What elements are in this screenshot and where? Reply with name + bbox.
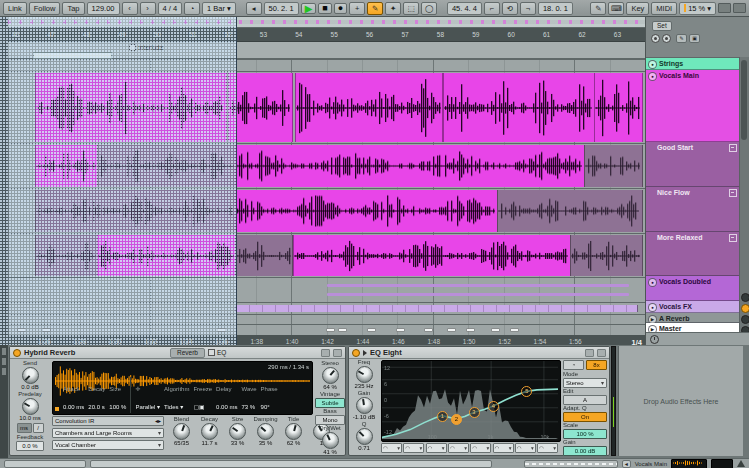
loop-start-field[interactable]: 45. 4. 4: [447, 2, 482, 15]
size-value[interactable]: 100 %: [109, 404, 126, 410]
save-preset-icon[interactable]: [597, 349, 606, 357]
track-header-a-reverb[interactable]: ▶A Reverb: [646, 313, 749, 323]
fold-device-icon[interactable]: [363, 350, 367, 356]
nudge-up-button[interactable]: ›: [140, 2, 156, 15]
clip-preview-display[interactable]: [671, 459, 707, 468]
damping-knob-group[interactable]: Damping35 %: [252, 416, 279, 447]
wave-value[interactable]: 73 %: [241, 404, 255, 410]
ir-prev-next-arrows[interactable]: ◂▸: [155, 417, 161, 425]
tempo-field[interactable]: 129.00: [87, 2, 120, 15]
device-hybrid-reverb[interactable]: Hybrid Reverb Reverb EQ Send 0.0 dB Pred…: [9, 346, 346, 456]
send-knob[interactable]: [22, 367, 39, 384]
blend-knob[interactable]: [173, 423, 190, 440]
track-enable-icon[interactable]: ●: [648, 60, 657, 69]
hot-swap-icon[interactable]: [585, 349, 594, 357]
size-knob-group[interactable]: Size33 %: [224, 416, 251, 447]
draw-mode-button[interactable]: ✎: [590, 2, 606, 15]
audition-button[interactable]: ◔: [563, 360, 584, 370]
blend-knob-group[interactable]: Blend65/35: [168, 416, 195, 447]
filter-type-dropdown[interactable]: ◠▾: [381, 443, 402, 453]
round-button-1[interactable]: [741, 293, 749, 302]
scrollbar-thumb[interactable]: [741, 60, 747, 140]
delay-value[interactable]: 0.00 ms: [216, 404, 237, 410]
dry-wet-knob[interactable]: [322, 432, 339, 449]
eq-band-3[interactable]: 3: [469, 407, 480, 418]
track-lane-nice-flow[interactable]: [8, 188, 645, 233]
filter-type-dropdown[interactable]: ◠▾: [537, 443, 558, 453]
bass-mono-selector[interactable]: Mono: [315, 415, 345, 425]
nudge-down-button[interactable]: ‹: [122, 2, 138, 15]
vocals-main-clip[interactable]: [443, 73, 595, 142]
algorithm-selector[interactable]: Tides ▾: [164, 404, 183, 410]
follow-playhead-button[interactable]: ◂: [246, 2, 262, 15]
vertical-scrollbar[interactable]: [739, 57, 749, 345]
track-enable-icon[interactable]: ●: [648, 303, 657, 312]
overdub-button[interactable]: +: [349, 2, 365, 15]
drop-audio-effects-zone[interactable]: Drop Audio Effects Here: [618, 346, 743, 456]
eq-spectrum-display[interactable]: 1260-6-121001k10k12345: [381, 360, 561, 442]
vocals-main-clip[interactable]: [35, 73, 226, 142]
routing-selector[interactable]: Parallel ▾: [135, 404, 160, 410]
device-eq-eight[interactable]: EQ Eight Freq 235 Hz Gain -1.10 dB Q 0.7…: [348, 346, 610, 456]
feedback-field[interactable]: 0.0 %: [16, 441, 44, 451]
track-lane-master[interactable]: [8, 324, 645, 335]
track-enable-icon[interactable]: ●: [648, 72, 657, 81]
more-relaxed-clip[interactable]: [570, 235, 643, 276]
device-on-led[interactable]: [13, 349, 21, 357]
locator-interlude[interactable]: Interlude: [129, 44, 163, 51]
filter-type-dropdown[interactable]: ◠▾: [470, 443, 491, 453]
ir-category-dropdown[interactable]: Chambers and Large Rooms▾: [52, 428, 164, 438]
prev-locator-button[interactable]: [651, 34, 660, 43]
vocals-fx-clip[interactable]: [235, 305, 638, 312]
loop-toggle[interactable]: ⟲: [502, 2, 518, 15]
record-button[interactable]: ●: [334, 3, 347, 14]
quantization-menu[interactable]: 1 Bar ▾: [202, 2, 236, 15]
session-record-button[interactable]: ⬚: [403, 2, 419, 15]
cpu-meter[interactable]: 15 % ▾: [679, 2, 716, 15]
freeze-buttons[interactable]: ▢▣: [193, 404, 204, 410]
hot-swap-icon[interactable]: [321, 349, 330, 357]
stop-button[interactable]: ■: [318, 3, 331, 14]
edit-ab-button[interactable]: A: [563, 395, 607, 405]
tide-knob-group[interactable]: Tide62 %: [280, 416, 307, 447]
ir-file-dropdown[interactable]: Vocal Chamber▾: [52, 440, 164, 450]
time-signature-field[interactable]: 4 / 4: [158, 2, 183, 15]
vintage-selector[interactable]: Subtle: [315, 398, 345, 408]
round-button-2[interactable]: [741, 315, 749, 324]
damping-knob[interactable]: [257, 423, 274, 440]
vocals-doubled-clip[interactable]: [327, 279, 630, 301]
bar-ruler[interactable]: 464748495051525354555657585960616263: [8, 28, 645, 42]
oversampling-button[interactable]: 8x: [586, 360, 607, 370]
nice-flow-clip[interactable]: [235, 190, 498, 232]
track-lane-more-relaxed[interactable]: [8, 233, 645, 277]
arrangement-view[interactable]: 464748495051525354555657585960616263 Int…: [8, 17, 645, 345]
filter-type-dropdown[interactable]: ◠▾: [448, 443, 469, 453]
vocals-main-clip[interactable]: [295, 73, 444, 142]
phase-value[interactable]: 90°: [261, 404, 270, 410]
capture-midi-button[interactable]: ✦: [385, 2, 401, 15]
vocals-main-clip[interactable]: [594, 73, 643, 142]
size-knob[interactable]: [229, 423, 246, 440]
nice-flow-clip[interactable]: [497, 190, 642, 232]
decay-knob-group[interactable]: Decay11.7 s: [196, 416, 223, 447]
follow-button[interactable]: Follow: [29, 2, 61, 15]
save-preset-icon[interactable]: [333, 349, 342, 357]
hybrid-reverb-title-bar[interactable]: Hybrid Reverb Reverb EQ: [10, 347, 345, 359]
filter-type-dropdown[interactable]: ◠▾: [515, 443, 536, 453]
track-header-vocals-main[interactable]: ●Vocals Main: [646, 70, 749, 142]
good-start-clip[interactable]: [35, 145, 99, 187]
arrangement-overview-strip[interactable]: [8, 17, 645, 28]
clip-overview-strip[interactable]: [524, 460, 618, 468]
more-relaxed-clip[interactable]: [35, 235, 99, 276]
tab-reverb[interactable]: Reverb: [170, 348, 205, 358]
device-on-led[interactable]: [352, 349, 360, 357]
key-map-button[interactable]: Key: [626, 2, 649, 15]
track-header-vocals-doubled[interactable]: ●Vocals Doubled: [646, 276, 749, 301]
stereo-knob[interactable]: [322, 367, 339, 384]
eq-band-2[interactable]: 2: [451, 414, 462, 425]
back-arrow-button[interactable]: ◂: [622, 460, 631, 468]
filter-type-dropdown[interactable]: ◠▾: [493, 443, 514, 453]
filter-type-dropdown[interactable]: ◠▾: [426, 443, 447, 453]
filter-type-dropdown[interactable]: ◠▾: [403, 443, 424, 453]
computer-midi-keyboard-button[interactable]: ⌨: [608, 2, 624, 15]
